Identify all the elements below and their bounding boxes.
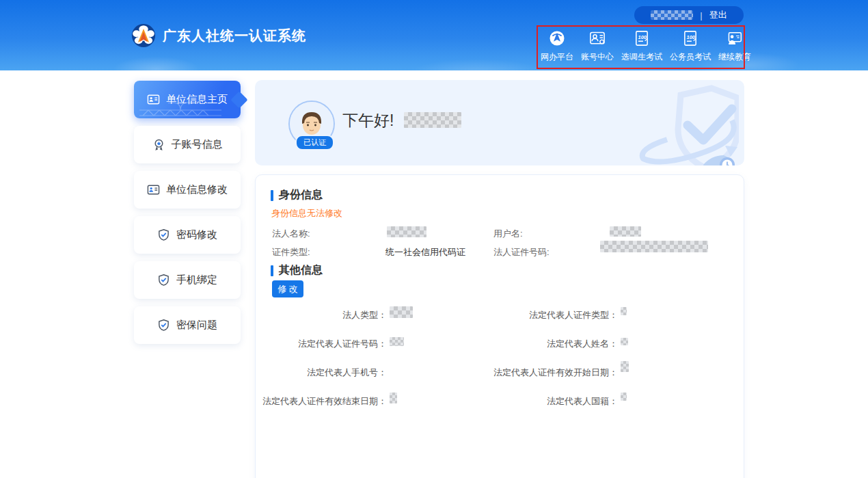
app-logo-icon	[131, 23, 156, 48]
app-title: 广东人社统一认证系统	[163, 27, 306, 45]
nav-item-civil-servant-exam[interactable]: 100 公务员考试	[669, 29, 711, 63]
nav-label: 账号中心	[581, 51, 614, 63]
divider: |	[700, 10, 702, 21]
sidebar-item-label: 手机绑定	[176, 274, 217, 287]
redacted-value-username	[610, 226, 641, 237]
field-label: 用户名:	[493, 228, 523, 240]
shield-check-icon	[157, 228, 170, 241]
field-label: 法人类型：	[256, 309, 387, 321]
nav-label: 继续教育	[718, 51, 751, 63]
exam-score-icon: 100	[632, 29, 652, 48]
sidebar-item-label: 子账号信息	[172, 138, 223, 151]
brand: 广东人社统一认证系统	[131, 23, 306, 48]
field-label: 法定代表人证件有效开始日期：	[392, 367, 618, 379]
identity-warning: 身份信息无法修改	[271, 207, 342, 220]
bridge-watermark-icon	[139, 102, 221, 117]
sidebar-item-phone-binding[interactable]: 手机绑定	[134, 261, 241, 299]
username-redacted	[651, 10, 693, 20]
sidebar-item-label: 单位信息修改	[166, 183, 228, 196]
field-label: 证件类型:	[272, 246, 310, 258]
page: 广东人社统一认证系统 | 登出 网办平台	[0, 0, 868, 478]
nav-item-xuandiaosheng-exam[interactable]: 100 选调生考试	[621, 29, 663, 63]
other-section-title: 其他信息	[271, 263, 323, 278]
nav-item-continuing-education[interactable]: 继续教育	[718, 29, 752, 63]
certified-badge: 已认证	[295, 135, 334, 150]
sidebar-item-unit-info-modify[interactable]: 单位信息修改	[134, 171, 241, 209]
title-bar	[271, 265, 273, 276]
quick-nav: 网办平台 账号中心	[540, 29, 752, 63]
nav-item-portal[interactable]: 网办平台	[540, 29, 574, 63]
app-header: 广东人社统一认证系统 | 登出 网办平台	[0, 0, 868, 70]
nav-label: 网办平台	[541, 51, 573, 63]
account-center-icon	[587, 29, 608, 48]
shield-check-icon	[157, 319, 170, 332]
greeting-username-redacted	[404, 112, 461, 128]
sidebar-item-label: 密码修改	[176, 228, 217, 241]
nav-label: 选调生考试	[621, 51, 662, 63]
field-label: 法定代表人证件类型：	[392, 309, 618, 321]
field-label: 法人证件号码:	[493, 246, 550, 258]
shield-check-icon	[157, 274, 170, 287]
nav-item-account-center[interactable]: 账号中心	[580, 29, 614, 63]
badge-icon	[152, 138, 165, 151]
portal-icon	[547, 29, 567, 48]
title-bar	[271, 190, 273, 201]
redacted-value-rep-cert-type	[621, 307, 627, 315]
sidebar-item-label: 密保问题	[176, 319, 217, 332]
modify-button[interactable]: 修 改	[272, 280, 303, 297]
logout-button[interactable]: 登出	[709, 9, 727, 21]
info-card: 身份信息 身份信息无法修改 法人名称: 用户名: 证件类型: 统一社会信用代码证…	[255, 174, 744, 478]
continuing-education-icon	[724, 29, 745, 48]
redacted-value-rep-cert-start-date	[621, 361, 629, 372]
field-label: 法定代表人手机号：	[256, 367, 387, 379]
field-label: 法定代表人国籍：	[392, 395, 618, 408]
exam-score-icon: 100	[680, 29, 701, 48]
sidebar-item-sub-account-info[interactable]: 子账号信息	[134, 126, 241, 163]
redacted-value-legal-name	[387, 226, 426, 237]
shield-watermark-icon	[629, 83, 739, 165]
field-label: 法定代表人姓名：	[392, 338, 618, 350]
identity-section-title: 身份信息	[271, 188, 323, 202]
user-pill: | 登出	[634, 6, 744, 24]
field-value-cert-type: 统一社会信用代码证	[385, 246, 465, 258]
svg-text:100: 100	[687, 34, 696, 40]
svg-text:100: 100	[638, 34, 647, 40]
redacted-value-legal-cert-number	[600, 241, 708, 252]
sidebar-item-unit-info-home[interactable]: 单位信息主页	[134, 81, 241, 118]
greeting-text: 下午好!	[342, 110, 394, 131]
field-label: 法定代表人证件号码：	[256, 338, 387, 350]
field-label: 法定代表人证件有效结束日期：	[256, 395, 387, 408]
sidebar-item-password-modify[interactable]: 密码修改	[134, 216, 241, 254]
sidebar-item-security-question[interactable]: 密保问题	[134, 306, 241, 344]
redacted-value-rep-nationality	[621, 393, 627, 401]
id-card-icon	[147, 183, 160, 196]
greeting-panel: 已认证 下午好!	[255, 80, 744, 165]
redacted-value-rep-name	[621, 338, 628, 345]
field-label: 法人名称:	[272, 228, 310, 240]
nav-label: 公务员考试	[670, 51, 711, 63]
